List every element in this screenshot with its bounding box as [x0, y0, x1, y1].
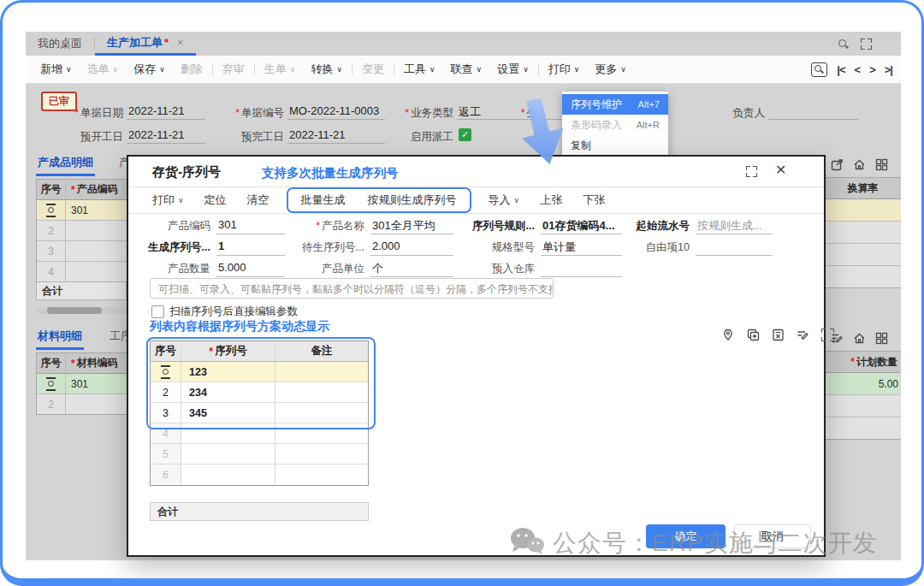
note-cell[interactable]	[275, 444, 368, 464]
print-button[interactable]: 打印	[541, 62, 588, 77]
plan-start-field[interactable]: 2022-11-21	[127, 128, 205, 144]
table-row[interactable]	[825, 244, 901, 266]
serial-cell[interactable]	[181, 465, 275, 485]
tools-button[interactable]: 工具	[396, 62, 443, 77]
pick-order-button[interactable]: 选单	[80, 62, 127, 77]
table-row[interactable]: 301	[37, 374, 127, 394]
search-icon[interactable]	[838, 38, 849, 50]
doc-no-field[interactable]: MO-2022-11-0003	[287, 104, 385, 120]
settings-button[interactable]: 设置	[489, 62, 536, 77]
change-button[interactable]: 变更	[354, 62, 392, 77]
note-cell[interactable]	[275, 362, 368, 382]
unapprove-button[interactable]: 弃审	[215, 62, 252, 77]
last-record-icon[interactable]: >|	[885, 63, 892, 76]
table-row[interactable]: 2	[37, 394, 127, 414]
prev-sheet-button[interactable]: 上张	[540, 192, 562, 208]
table-row[interactable]	[825, 199, 901, 222]
tab-material-detail[interactable]: 材料明细	[36, 326, 84, 350]
first-record-icon[interactable]: |<	[837, 63, 844, 76]
table-row[interactable]: 123	[151, 362, 368, 382]
note-cell[interactable]	[275, 423, 368, 443]
note-cell[interactable]	[275, 403, 368, 423]
tab-production-order[interactable]: 生产加工单 * ×	[95, 32, 196, 56]
convert-button[interactable]: 转换	[303, 62, 350, 77]
owner-field[interactable]	[768, 104, 859, 120]
maximize-icon[interactable]	[746, 166, 757, 177]
plan-end-field[interactable]: 2022-11-21	[287, 128, 385, 144]
free-item10-field[interactable]	[696, 240, 773, 256]
dialog-locate-button[interactable]: 定位	[204, 192, 227, 208]
preview-search-icon[interactable]	[811, 62, 827, 77]
serial-cell[interactable]	[181, 444, 275, 464]
close-icon[interactable]: ✕	[775, 162, 786, 178]
next-sheet-button[interactable]: 下张	[583, 192, 605, 208]
table-row[interactable]: 2 234	[151, 382, 368, 403]
prev-record-icon[interactable]: <	[855, 63, 861, 76]
table-row[interactable]: 5	[151, 444, 368, 465]
serial-input-box[interactable]: 可扫描、可录入、可黏贴序列号，黏贴多个时以分隔符（逗号）分隔，多个序列号不支持序…	[150, 278, 554, 299]
new-button[interactable]: 新增	[33, 62, 80, 77]
menu-item-serial-maintain[interactable]: 序列号维护 Alt+7	[562, 94, 668, 115]
layout-grid-icon[interactable]	[875, 332, 888, 345]
fullscreen-icon[interactable]	[821, 329, 834, 341]
menu-item-copy[interactable]: 复制	[562, 135, 668, 156]
tab-process[interactable]: 工序	[110, 329, 127, 344]
dialog-clear-button[interactable]: 清空	[247, 192, 270, 208]
table-row[interactable]: 4	[151, 423, 368, 444]
serial-cell[interactable]: 345	[181, 403, 275, 423]
product-qty-field[interactable]: 5.000	[216, 261, 285, 277]
location-pin-icon[interactable]	[722, 329, 735, 341]
table-row[interactable]	[825, 266, 901, 287]
spec-model-field[interactable]: 单计量	[541, 240, 622, 256]
delete-button[interactable]: 删除	[173, 62, 210, 77]
generate-by-rule-button[interactable]: 按规则生成序列号	[368, 192, 457, 208]
home-icon[interactable]	[853, 158, 866, 171]
link-query-button[interactable]: 联查	[443, 62, 490, 77]
tab-close-icon[interactable]: ×	[177, 36, 184, 49]
table-row[interactable]: 301	[37, 200, 127, 221]
generate-doc-button[interactable]: 生单	[257, 62, 304, 77]
warehouse-field[interactable]	[541, 261, 622, 277]
table-row[interactable]	[825, 222, 901, 244]
fullscreen-icon[interactable]	[861, 38, 872, 50]
copy-plus-icon[interactable]	[747, 329, 760, 341]
note-cell[interactable]	[275, 465, 368, 485]
batch-generate-button[interactable]: 批量生成	[301, 192, 346, 208]
gen-count-field[interactable]: 1	[216, 240, 285, 256]
start-serial-field[interactable]: 按规则生成...	[696, 218, 773, 234]
serial-cell[interactable]: 123	[181, 362, 275, 382]
pending-count-field[interactable]: 2.000	[370, 240, 453, 256]
layout-grid-icon[interactable]	[875, 158, 888, 171]
table-row[interactable]: 6	[151, 465, 368, 485]
next-record-icon[interactable]: >	[869, 63, 875, 76]
table-row[interactable]: 3 345	[151, 403, 368, 423]
more-button[interactable]: 更多	[587, 62, 634, 77]
serial-cell[interactable]	[181, 423, 275, 443]
table-row[interactable]: 2	[37, 221, 127, 241]
edit-filter-icon[interactable]	[797, 329, 809, 341]
external-link-icon[interactable]	[831, 158, 844, 171]
menu-item-barcode-entry[interactable]: 条形码录入 Alt+R	[562, 115, 668, 135]
save-button[interactable]: 保存	[126, 62, 173, 77]
table-row[interactable]: 4	[37, 262, 127, 281]
checkbox[interactable]	[151, 305, 164, 318]
product-name-field[interactable]: 301全月平均	[370, 218, 453, 234]
dialog-print-button[interactable]: 打印	[152, 192, 184, 208]
table-row[interactable]: 5.00	[825, 373, 901, 395]
home-icon[interactable]	[853, 332, 866, 345]
import-button[interactable]: 导入	[489, 192, 520, 208]
document-x-icon[interactable]	[772, 329, 785, 341]
table-row[interactable]	[825, 417, 901, 439]
tab-product-detail[interactable]: 产成品明细	[36, 152, 95, 176]
table-row[interactable]	[825, 395, 901, 417]
product-code-field[interactable]: 301	[216, 218, 285, 234]
note-cell[interactable]	[275, 382, 368, 402]
doc-date-field[interactable]: 2022-11-21	[127, 104, 205, 120]
table-row[interactable]: 3	[37, 241, 127, 262]
serial-cell[interactable]: 234	[181, 382, 275, 402]
h-scrollbar-thumb[interactable]	[47, 307, 102, 314]
product-unit-field[interactable]: 个	[370, 261, 453, 277]
tab-my-desktop[interactable]: 我的桌面	[26, 32, 94, 56]
serial-rule-field[interactable]: 01存货编码4...	[541, 218, 622, 234]
dispatch-checkbox[interactable]: ✓	[459, 128, 471, 141]
